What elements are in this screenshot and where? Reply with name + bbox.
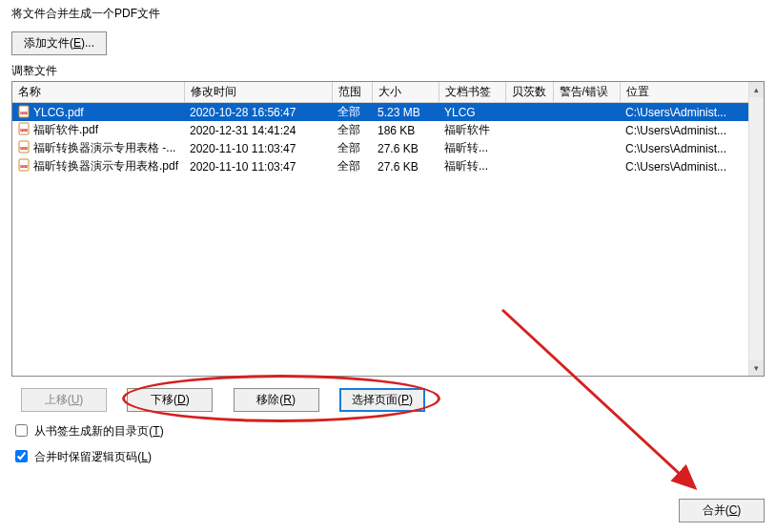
col-range[interactable]: 范围 bbox=[332, 82, 372, 103]
scroll-down-icon[interactable]: ▾ bbox=[749, 360, 764, 376]
add-file-label: 添加文件(E)... bbox=[24, 36, 94, 50]
table-cell: PDF福昕转换器演示专用表格.pdf bbox=[12, 157, 184, 175]
dialog-title: 将文件合并生成一个PDF文件 bbox=[0, 0, 776, 31]
table-cell bbox=[553, 103, 620, 122]
col-modified[interactable]: 修改时间 bbox=[184, 82, 332, 103]
table-cell: C:\Users\Administ... bbox=[620, 121, 764, 139]
svg-text:PDF: PDF bbox=[21, 129, 27, 133]
pdf-file-icon: PDF bbox=[18, 140, 31, 153]
keep-logical-checkbox[interactable] bbox=[15, 450, 28, 462]
table-cell bbox=[505, 139, 553, 157]
col-size[interactable]: 大小 bbox=[372, 82, 439, 103]
select-pages-button[interactable]: 选择页面(P) bbox=[339, 388, 425, 412]
svg-text:PDF: PDF bbox=[21, 165, 27, 169]
toc-checkbox-label[interactable]: 从书签生成新的目录页(T) bbox=[11, 424, 164, 438]
col-warn[interactable]: 警告/错误 bbox=[553, 82, 620, 103]
table-cell: 全部 bbox=[332, 103, 372, 122]
table-cell: 福昕转... bbox=[439, 139, 505, 157]
table-cell: C:\Users\Administ... bbox=[620, 139, 764, 157]
table-cell: 2020-10-28 16:56:47 bbox=[184, 103, 332, 122]
move-down-button[interactable]: 下移(D) bbox=[127, 388, 213, 412]
table-cell: 27.6 KB bbox=[372, 157, 439, 175]
table-cell: 186 KB bbox=[372, 121, 439, 139]
svg-text:PDF: PDF bbox=[21, 112, 27, 115]
table-row[interactable]: PDF福昕软件.pdf2020-12-31 14:41:24全部186 KB福昕… bbox=[12, 121, 764, 139]
table-cell: 27.6 KB bbox=[372, 139, 439, 157]
table-cell bbox=[505, 121, 553, 139]
table-cell: 全部 bbox=[332, 121, 372, 139]
table-cell bbox=[553, 157, 620, 175]
pdf-file-icon: PDF bbox=[18, 105, 31, 118]
col-bookmark[interactable]: 文档书签 bbox=[439, 82, 505, 103]
add-file-button[interactable]: 添加文件(E)... bbox=[11, 31, 107, 55]
table-row[interactable]: PDF福昕转换器演示专用表格.pdf2020-11-10 11:03:47全部2… bbox=[12, 157, 764, 175]
col-name[interactable]: 名称 bbox=[12, 82, 184, 103]
scroll-up-icon[interactable]: ▴ bbox=[749, 82, 764, 97]
merge-button[interactable]: 合并(C) bbox=[679, 499, 765, 522]
keep-logical-checkbox-label[interactable]: 合并时保留逻辑页码(L) bbox=[11, 450, 152, 463]
svg-text:PDF: PDF bbox=[21, 147, 27, 151]
table-cell: 2020-11-10 11:03:47 bbox=[184, 139, 332, 157]
table-cell bbox=[505, 157, 553, 175]
file-table[interactable]: 名称 修改时间 范围 大小 文档书签 贝茨数 警告/错误 位置 PDFYLCG.… bbox=[11, 81, 765, 377]
keep-logical-label-text: 合并时保留逻辑页码(L) bbox=[34, 450, 152, 463]
table-cell: 福昕软件 bbox=[439, 121, 505, 139]
table-cell: 全部 bbox=[332, 157, 372, 175]
col-pages[interactable]: 贝茨数 bbox=[505, 82, 553, 103]
move-up-button: 上移(U) bbox=[21, 388, 107, 412]
table-cell: PDF福昕转换器演示专用表格 -... bbox=[12, 139, 184, 157]
pdf-file-icon: PDF bbox=[18, 158, 31, 172]
table-row[interactable]: PDFYLCG.pdf2020-10-28 16:56:47全部5.23 MBY… bbox=[12, 103, 764, 122]
table-cell bbox=[553, 121, 620, 139]
remove-button[interactable]: 移除(R) bbox=[234, 388, 319, 412]
table-row[interactable]: PDF福昕转换器演示专用表格 -...2020-11-10 11:03:47全部… bbox=[12, 139, 764, 157]
col-location[interactable]: 位置 bbox=[620, 82, 764, 103]
move-down-label: 下移(D) bbox=[151, 393, 190, 406]
table-cell: 全部 bbox=[332, 139, 372, 157]
adjust-files-label: 调整文件 bbox=[0, 61, 776, 81]
select-pages-label: 选择页面(P) bbox=[352, 393, 413, 406]
table-cell: 2020-12-31 14:41:24 bbox=[184, 121, 332, 139]
table-cell: C:\Users\Administ... bbox=[620, 157, 764, 175]
table-cell bbox=[553, 139, 620, 157]
table-cell: C:\Users\Administ... bbox=[620, 103, 764, 122]
table-cell: 2020-11-10 11:03:47 bbox=[184, 157, 332, 175]
merge-label: 合并(C) bbox=[703, 503, 742, 517]
toc-checkbox[interactable] bbox=[15, 424, 28, 437]
table-cell: PDF福昕软件.pdf bbox=[12, 121, 184, 139]
table-cell: PDFYLCG.pdf bbox=[12, 103, 184, 122]
table-scrollbar[interactable]: ▴ ▾ bbox=[748, 82, 764, 376]
table-cell: YLCG bbox=[439, 103, 505, 122]
table-cell: 5.23 MB bbox=[372, 103, 439, 122]
remove-label: 移除(R) bbox=[256, 393, 296, 406]
toc-label-text: 从书签生成新的目录页(T) bbox=[34, 424, 163, 438]
table-header-row: 名称 修改时间 范围 大小 文档书签 贝茨数 警告/错误 位置 bbox=[12, 82, 764, 103]
table-cell bbox=[505, 103, 553, 122]
table-cell: 福昕转... bbox=[439, 157, 505, 175]
pdf-file-icon: PDF bbox=[18, 122, 31, 135]
move-up-label: 上移(U) bbox=[45, 393, 84, 406]
